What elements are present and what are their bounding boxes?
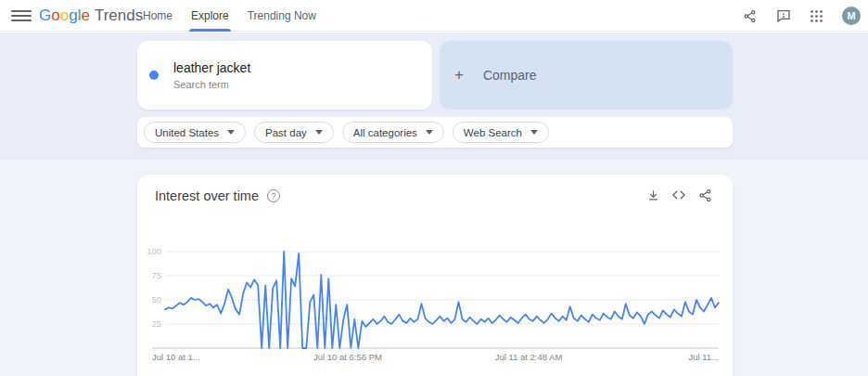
help-icon[interactable]: ? — [267, 189, 280, 202]
google-apps-grid-icon[interactable] — [809, 8, 824, 24]
chevron-down-icon — [530, 130, 538, 135]
hamburger-menu-icon[interactable] — [11, 7, 32, 24]
x-axis-labels: Jul 10 at 1... Jul 10 at 6:56 PM Jul 11 … — [137, 352, 733, 365]
nav-tab-trending-now[interactable]: Trending Now — [238, 0, 326, 32]
nav-tab-explore[interactable]: Explore — [182, 0, 238, 32]
chevron-down-icon — [315, 130, 323, 135]
logo-google: Google — [39, 6, 90, 24]
header-actions: M — [742, 0, 861, 32]
interest-over-time-chart[interactable]: 100 75 50 25 Jul 10 at 1... Jul 10 at 6:… — [137, 240, 733, 365]
time-filter-label: Past day — [265, 127, 307, 138]
chevron-down-icon — [227, 130, 235, 135]
app-header: GoogleTrends Home Explore Trending Now M — [0, 0, 868, 32]
search-type-filter-dropdown[interactable]: Web Search — [453, 122, 549, 143]
geo-filter-label: United States — [155, 127, 219, 138]
plus-icon: + — [454, 66, 464, 84]
filter-bar: United States Past day All categories We… — [137, 117, 733, 148]
download-icon[interactable] — [645, 188, 660, 202]
search-term-card[interactable]: leather jacket Search term — [137, 41, 432, 110]
logo[interactable]: GoogleTrends — [39, 6, 143, 25]
series-color-dot — [149, 71, 159, 80]
chart-title: Interest over time — [155, 188, 259, 203]
search-term-subtitle: Search term — [173, 79, 250, 90]
share-chart-icon[interactable] — [697, 188, 712, 202]
y-tick-50: 50 — [151, 294, 161, 305]
compare-label: Compare — [483, 68, 537, 83]
x-tick-label: Jul 11... — [688, 352, 719, 362]
category-filter-label: All categories — [353, 127, 417, 138]
feedback-icon[interactable] — [775, 8, 791, 24]
chevron-down-icon — [426, 130, 433, 135]
y-tick-75: 75 — [151, 270, 161, 280]
y-tick-25: 25 — [151, 318, 161, 329]
search-term-text: leather jacket — [173, 60, 250, 75]
search-type-filter-label: Web Search — [464, 127, 522, 138]
nav-tab-home[interactable]: Home — [134, 0, 182, 32]
category-filter-dropdown[interactable]: All categories — [342, 122, 444, 143]
primary-nav: Home Explore Trending Now — [134, 0, 326, 32]
y-tick-100: 100 — [147, 246, 161, 256]
embed-icon[interactable] — [671, 188, 686, 202]
compare-add-card[interactable]: + Compare — [440, 41, 733, 110]
x-tick-label: Jul 11 at 2:48 AM — [495, 352, 563, 362]
geo-filter-dropdown[interactable]: United States — [144, 122, 246, 143]
share-icon[interactable] — [742, 8, 758, 24]
x-tick-label: Jul 10 at 1... — [152, 352, 200, 362]
time-filter-dropdown[interactable]: Past day — [254, 122, 334, 143]
x-tick-label: Jul 10 at 6:56 PM — [313, 352, 382, 362]
interest-over-time-card: Interest over time ? — [137, 175, 733, 376]
account-avatar[interactable]: M — [842, 6, 861, 25]
